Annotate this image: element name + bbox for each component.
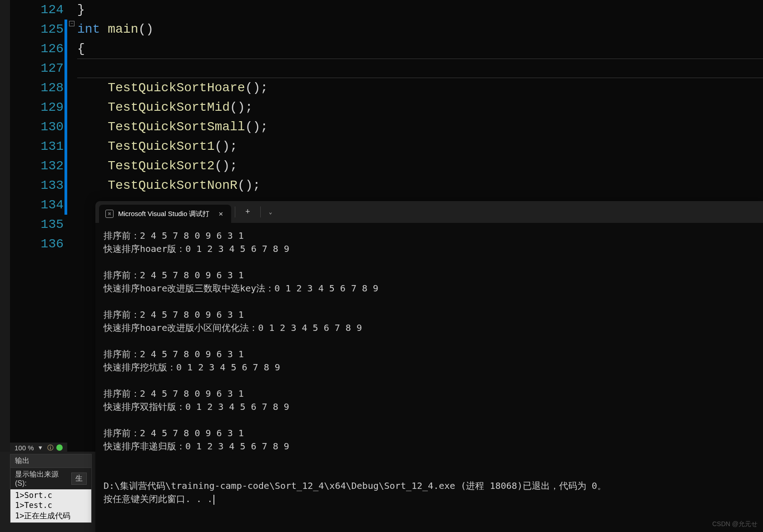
output-source-row: 显示输出来源(S): 生 [10,468,91,489]
terminal-tab[interactable]: ⌘ Microsoft Visual Studio 调试打 ✕ [99,205,231,223]
terminal-window: ⌘ Microsoft Visual Studio 调试打 ✕ + ⌄ 排序前：… [95,201,763,532]
terminal-line: 快速排序hoaer版：0 1 2 3 4 5 6 7 8 9 [104,242,755,256]
watermark: CSDN @允元せ [712,520,758,528]
terminal-line: 排序前：2 4 5 7 8 0 9 6 3 1 [104,308,755,321]
terminal-line [104,295,755,308]
terminal-line: 排序前：2 4 5 7 8 0 9 6 3 1 [104,387,755,400]
terminal-line: 快速排序非递归版：0 1 2 3 4 5 6 7 8 9 [104,440,755,453]
svg-point-1 [50,446,51,447]
output-panel: 输出 显示输出来源(S): 生 1>Sort.c1>Test.c1>正在生成代码 [10,454,92,523]
terminal-line [104,256,755,269]
terminal-line [104,466,755,479]
code-line[interactable]: TestQuickSort1(); [77,137,763,156]
fold-minus-icon[interactable]: − [69,21,74,26]
zoom-bar: 100 % ▾ [10,443,67,453]
terminal-line: 排序前：2 4 5 7 8 0 9 6 3 1 [104,269,755,282]
status-ok-icon [56,444,63,451]
change-marker [64,176,67,195]
change-marker [64,20,67,39]
terminal-titlebar[interactable]: ⌘ Microsoft Visual Studio 调试打 ✕ + ⌄ [95,201,763,223]
terminal-line: 按任意键关闭此窗口. . . [104,493,755,506]
terminal-tab-title: Microsoft Visual Studio 调试打 [118,210,209,218]
terminal-line: D:\集训营代码\training-camp-code\Sort_12_4\x6… [104,479,755,493]
output-line: 1>Sort.c [12,490,89,500]
terminal-line: 快速排序挖坑版：0 1 2 3 4 5 6 7 8 9 [104,361,755,374]
code-line[interactable] [77,59,763,78]
change-marker [64,78,67,98]
code-line[interactable]: { [77,39,763,59]
terminal-line: 快速排序hoare改进版三数取中选key法：0 1 2 3 4 5 6 7 8 … [104,282,755,295]
terminal-line: 快速排序hoare改进版小区间优化法：0 1 2 3 4 5 6 7 8 9 [104,321,755,335]
output-source-label: 显示输出来源(S): [15,470,69,488]
code-line[interactable]: } [77,0,763,20]
gutter-margin [0,0,10,452]
terminal-line: 排序前：2 4 5 7 8 0 9 6 3 1 [104,229,755,242]
terminal-line [104,414,755,427]
output-line: 1>Test.c [12,500,89,510]
change-marker [64,117,67,137]
terminal-line: 排序前：2 4 5 7 8 0 9 6 3 1 [104,427,755,440]
change-marker [64,59,67,78]
output-panel-title: 输出 [10,454,91,468]
info-icon [47,444,54,451]
tab-divider [235,207,235,217]
terminal-line: 快速排序双指针版：0 1 2 3 4 5 6 7 8 9 [104,400,755,414]
vs-icon: ⌘ [105,210,114,218]
code-line[interactable]: int main() [77,20,763,39]
change-marker [64,156,67,176]
code-line[interactable]: TestQuickSortHoare(); [77,78,763,98]
output-source-dropdown[interactable]: 生 [71,473,87,485]
code-line[interactable]: TestQuickSort2(); [77,156,763,176]
code-line[interactable]: TestQuickSortSmall(); [77,117,763,137]
output-content[interactable]: 1>Sort.c1>Test.c1>正在生成代码 [10,489,91,522]
add-tab-button[interactable]: + [239,207,257,217]
code-line[interactable]: TestQuickSortMid(); [77,98,763,117]
change-marker [64,137,67,156]
terminal-line [104,374,755,387]
output-line: 1>正在生成代码 [12,510,89,522]
zoom-dropdown-icon[interactable]: ▾ [39,443,42,452]
terminal-line: 排序前：2 4 5 7 8 0 9 6 3 1 [104,348,755,361]
change-marker [64,39,67,59]
svg-rect-2 [50,447,51,449]
terminal-line [104,335,755,348]
change-marker [64,98,67,117]
chevron-down-icon[interactable]: ⌄ [264,209,277,216]
close-icon[interactable]: ✕ [217,209,225,218]
change-marker [64,195,67,215]
zoom-level[interactable]: 100 % [15,444,34,452]
terminal-content[interactable]: 排序前：2 4 5 7 8 0 9 6 3 1快速排序hoaer版：0 1 2 … [95,223,763,512]
tab-divider [260,207,261,217]
terminal-line [104,453,755,466]
current-line-highlight [77,59,763,78]
code-line[interactable]: TestQuickSortNonR(); [77,176,763,195]
